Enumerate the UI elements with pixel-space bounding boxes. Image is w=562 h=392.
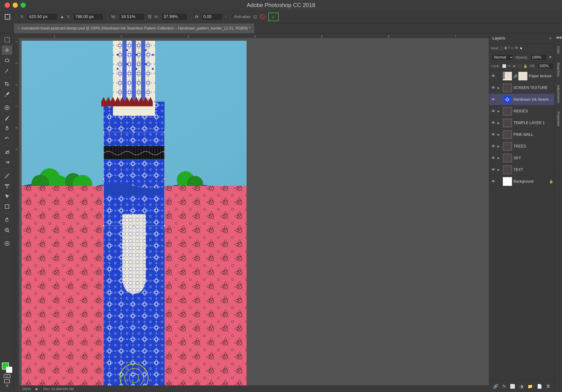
filter-toggle[interactable]: ● [520, 46, 522, 51]
fill-input[interactable] [537, 63, 554, 69]
new-adjustment-button[interactable]: ◑ [518, 382, 525, 390]
group-arrow-sky[interactable]: ▶ [498, 157, 501, 160]
tool-eyedropper[interactable] [2, 90, 12, 99]
opacity-input[interactable] [530, 54, 547, 61]
maximize-button[interactable] [21, 3, 26, 8]
visibility-handrawn-ink[interactable]: 👁 [491, 97, 496, 102]
tool-hand[interactable] [2, 215, 12, 224]
layer-pink-wall[interactable]: 👁 ▶ PINK WALL [489, 129, 554, 141]
ruler-v-6: 6 [15, 84, 18, 86]
layer-paper-texture[interactable]: 👁 🔗 Paper texture [489, 70, 554, 82]
add-mask-button[interactable]: ⬜ [509, 382, 516, 390]
tool-healing[interactable] [2, 103, 12, 112]
w-input[interactable] [119, 13, 145, 21]
layer-background[interactable]: 👁 Background 🔒 [489, 176, 554, 187]
layer-sky[interactable]: 👁 ▶ SKY [489, 152, 554, 164]
visibility-ridges[interactable]: 👁 [491, 109, 496, 113]
confirm-transform-button[interactable]: ✓ [268, 13, 279, 21]
window-controls[interactable] [5, 3, 26, 8]
document-tab[interactable]: × marrakesh-travel-postcard-design.psd @… [14, 23, 255, 33]
fill-label: Fill: [530, 64, 535, 68]
lock-position-icon[interactable]: ⊕ [513, 64, 515, 68]
visibility-screen-texture[interactable]: 👁 [491, 86, 496, 90]
properties-panel-tab[interactable]: Properties [557, 112, 560, 126]
tool-lasso[interactable] [2, 56, 12, 65]
new-layer-button[interactable]: 📄 [536, 382, 543, 390]
panel-collapse-icon[interactable]: ◀◀ [556, 35, 561, 40]
tool-magic-wand[interactable] [2, 66, 12, 75]
layer-handrawn-ink[interactable]: 👁 Handrawn Ink Seamless Pat... [489, 94, 554, 105]
visibility-paper-texture[interactable]: 👁 [491, 74, 496, 78]
rotate-canvas-button[interactable]: ↺ [6, 384, 8, 388]
group-arrow-screen-texture[interactable]: ▶ [498, 86, 501, 90]
blend-mode-select[interactable]: Normal Multiply Screen Overlay [492, 54, 514, 61]
group-arrow-temple[interactable]: ▶ [498, 121, 501, 124]
close-button[interactable] [5, 3, 10, 8]
close-tab-icon[interactable]: × [18, 26, 20, 30]
tool-brush[interactable] [2, 113, 12, 123]
layer-effects-button[interactable]: fx [501, 382, 507, 390]
link-proportions-icon[interactable]: ⛓ [148, 14, 152, 19]
layer-temple[interactable]: 👁 ▶ TEMPLE LAYER 1 [489, 117, 554, 129]
color-panel-tab[interactable]: Color [557, 46, 560, 54]
swatches-panel-tab[interactable]: Swatches [557, 62, 560, 77]
tool-crop[interactable] [2, 79, 12, 89]
tool-shape[interactable] [2, 202, 12, 211]
layer-name-screen-texture: SCREEN TEXTURE [514, 86, 553, 90]
lock-paint-icon[interactable]: ✏ [508, 64, 511, 68]
svg-line-10 [5, 70, 8, 73]
visibility-text[interactable]: 👁 [491, 168, 496, 172]
tool-pen[interactable] [2, 171, 12, 180]
filter-text-icon[interactable]: T [508, 46, 510, 51]
group-arrow-ridges[interactable]: ▶ [498, 110, 501, 113]
x-input[interactable] [27, 13, 58, 21]
tool-eraser[interactable] [2, 147, 12, 157]
quick-mask-icon[interactable]: Q [4, 374, 10, 378]
tool-path-selection[interactable] [2, 191, 12, 201]
new-group-button[interactable]: 📁 [526, 382, 534, 390]
opacity-arrow[interactable]: ▼ [548, 55, 552, 59]
visibility-trees[interactable]: 👁 [491, 144, 496, 148]
tool-zoom[interactable] [2, 225, 12, 235]
tool-separator-4 [2, 169, 12, 169]
group-arrow-pink-wall[interactable]: ▶ [498, 133, 501, 136]
rotation-input[interactable] [201, 13, 222, 21]
h-input[interactable] [162, 13, 187, 21]
layer-trees[interactable]: 👁 ▶ TREES [489, 141, 554, 152]
filter-smart-icon[interactable]: ⚙ [515, 46, 518, 51]
tool-move[interactable] [2, 45, 12, 55]
group-arrow-trees[interactable]: ▶ [498, 145, 501, 148]
visibility-pink-wall[interactable]: 👁 [491, 133, 496, 137]
layer-text[interactable]: 👁 ▶ TEXT [489, 164, 554, 176]
layer-screen-texture[interactable]: 👁 ▶ SCREEN TEXTURE [489, 82, 554, 94]
tool-history-brush[interactable] [2, 134, 12, 143]
lock-artboard-icon[interactable]: ⬛ [517, 64, 521, 68]
minimize-button[interactable] [13, 3, 18, 8]
ruler-vertical-ticks: 4 5 6 7 8 9 [14, 38, 19, 392]
filter-shape-icon[interactable]: ▭ [511, 46, 514, 51]
adjustments-panel-tab[interactable]: Adjustments [557, 85, 560, 103]
tool-gradient[interactable] [2, 157, 12, 167]
visibility-temple[interactable]: 👁 [491, 121, 496, 125]
transform-tool-icon[interactable] [2, 13, 13, 21]
link-layers-button[interactable]: 🔗 [492, 382, 500, 390]
screen-mode-button[interactable] [4, 379, 10, 383]
warp-icon[interactable]: ⊡ [253, 14, 257, 19]
visibility-sky[interactable]: 👁 [491, 156, 496, 160]
panel-menu-icon[interactable]: ≡ [549, 36, 551, 41]
tool-marquee[interactable] [2, 35, 12, 45]
tool-type[interactable] [2, 181, 12, 190]
lock-transparent-icon[interactable]: ⬜ [502, 64, 506, 68]
group-arrow-text[interactable]: ▶ [498, 168, 501, 171]
visibility-background[interactable]: 👁 [491, 179, 496, 184]
cancel-transform-icon[interactable]: 🚫 [260, 14, 266, 20]
y-input[interactable] [73, 13, 104, 21]
layer-ridges[interactable]: 👁 ▶ RIDGES [489, 105, 554, 117]
filter-adjustment-icon[interactable]: ◑ [504, 46, 507, 51]
lock-all-icon[interactable]: 🔒 [523, 64, 527, 68]
delete-layer-button[interactable]: 🗑 [545, 382, 552, 390]
filter-pixel-icon[interactable]: ⬚ [499, 46, 503, 51]
tool-extra-1[interactable] [2, 239, 12, 248]
background-color[interactable] [6, 367, 12, 373]
tool-clone[interactable] [2, 124, 12, 133]
